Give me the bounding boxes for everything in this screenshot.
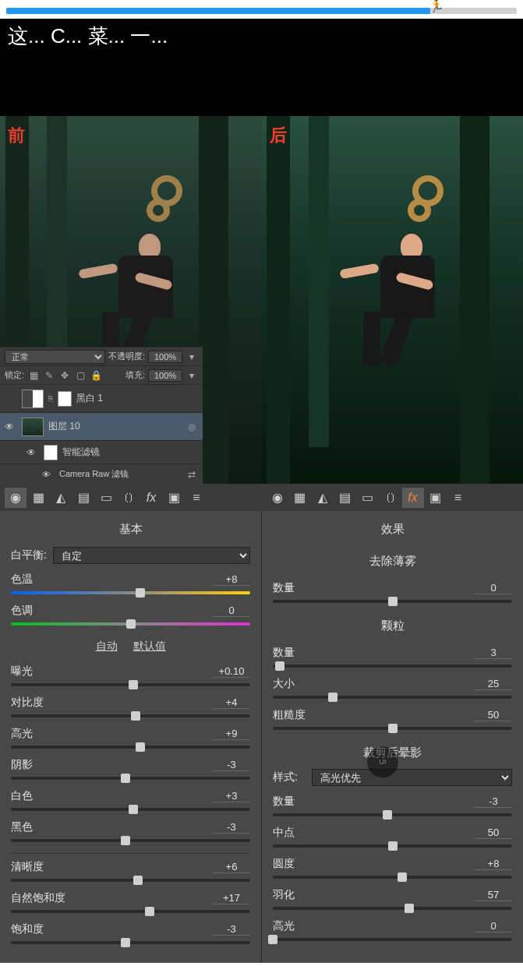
vig-feather-value[interactable]: 57 [475,889,512,901]
chevron-down-icon[interactable]: ▾ [186,351,198,363]
blacks-slider[interactable] [11,836,250,845]
saturation-slider[interactable] [11,938,250,947]
grain-rough-value[interactable]: 50 [475,709,512,721]
filter-options-icon[interactable]: ⇄ [186,468,198,481]
lock-position-icon[interactable]: ✥ [58,369,71,382]
smart-object-icon: ◎ [186,421,198,433]
vig-feather-slider[interactable] [273,904,512,913]
lock-label: 锁定: [5,369,24,381]
lock-artboard-icon[interactable]: ▢ [74,369,87,382]
white-balance-select[interactable]: 自定 [53,547,250,564]
exposure-slider[interactable] [11,680,250,689]
split-tab-icon[interactable]: ▭ [357,488,379,508]
whites-label: 白色 [11,789,33,803]
grain-amount-value[interactable]: 3 [475,647,512,659]
fill-input[interactable] [148,369,182,382]
layers-panel: 正常 不透明度: ▾ 锁定: ▦ ✎ ✥ ▢ 🔒 填充: ▾ ⎘ 黑白 1 👁 … [0,347,203,484]
contrast-value[interactable]: +4 [213,696,250,709]
highlights-slider[interactable] [11,742,250,752]
auto-button[interactable]: 自动 [96,640,118,654]
filter-name: Camera Raw 滤镜 [59,468,129,480]
split-tab-icon[interactable]: ▭ [95,488,117,508]
saturation-value[interactable]: -3 [213,923,250,936]
grain-size-slider[interactable] [273,693,512,702]
vig-highlights-slider[interactable] [273,935,512,944]
presets-tab-icon[interactable]: ≡ [447,488,469,508]
smart-filters-row[interactable]: 👁 智能滤镜 [0,440,203,464]
vig-amount-slider[interactable] [273,810,512,820]
temp-value[interactable]: +8 [213,573,250,586]
visibility-icon[interactable]: 👁 [42,470,55,479]
lens-tab-icon[interactable]: ⟮⟯ [118,488,140,508]
contrast-slider[interactable] [11,711,250,721]
lock-all-icon[interactable]: 🔒 [90,369,102,382]
lens-tab-icon[interactable]: ⟮⟯ [380,488,401,508]
basic-tab-icon[interactable]: ◉ [267,488,288,508]
fx-tab-icon[interactable]: fx [140,488,162,508]
whites-slider[interactable] [11,805,250,814]
presets-tab-icon[interactable]: ≡ [186,488,207,508]
opacity-input[interactable] [148,351,182,363]
temp-slider[interactable] [11,588,250,598]
panel-title: 效果 [273,517,512,545]
camera-raw-filter-row[interactable]: 👁 Camera Raw 滤镜 ⇄ [0,464,203,484]
dehaze-amount-value[interactable]: 0 [475,582,512,594]
filter-mask-thumb[interactable] [44,445,58,460]
lock-brush-icon[interactable]: ✎ [43,369,55,382]
mask-thumb[interactable] [58,391,72,407]
lock-pixels-icon[interactable]: ▦ [27,369,40,382]
vibrance-value[interactable]: +17 [213,892,250,904]
clarity-slider[interactable] [11,876,250,885]
default-button[interactable]: 默认值 [133,640,166,654]
blend-mode-select[interactable]: 正常 [5,350,105,364]
dehaze-amount-label: 数量 [273,581,295,595]
highlights-value[interactable]: +9 [213,728,250,740]
link-icon: ⎘ [48,394,53,403]
grain-rough-label: 粗糙度 [273,708,306,722]
detail-tab-icon[interactable]: ◭ [312,488,334,508]
layer-bw[interactable]: ⎘ 黑白 1 [0,384,203,412]
visibility-icon[interactable]: 👁 [5,421,17,432]
shadows-slider[interactable] [11,774,250,783]
blacks-label: 黑色 [11,820,33,834]
tint-slider[interactable] [11,619,250,629]
tint-value[interactable]: 0 [213,605,250,617]
curve-tab-icon[interactable]: ▦ [289,488,311,508]
grain-amount-slider[interactable] [273,661,512,671]
vig-round-value[interactable]: +8 [475,858,512,870]
visibility-icon[interactable]: 👁 [27,447,39,458]
temp-label: 色温 [11,573,33,587]
hsl-tab-icon[interactable]: ▤ [72,488,94,508]
vig-round-label: 圆度 [273,857,295,871]
fx-tab-icon[interactable]: fx [402,488,424,508]
vig-highlights-label: 高光 [273,919,295,933]
camera-tab-icon[interactable]: ▣ [163,488,185,508]
shadows-value[interactable]: -3 [213,759,250,771]
layer-10[interactable]: 👁 图层 10 ◎ [0,412,203,440]
basic-tab-icon[interactable]: ◉ [5,488,27,508]
dehaze-title: 去除薄雾 [273,545,512,575]
vig-amount-label: 数量 [273,795,295,809]
camera-tab-icon[interactable]: ▣ [425,488,447,508]
grain-size-value[interactable]: 25 [475,678,512,690]
chevron-down-icon[interactable]: ▾ [186,369,198,382]
whites-value[interactable]: +3 [213,790,250,802]
hsl-tab-icon[interactable]: ▤ [334,488,356,508]
grain-title: 颗粒 [273,609,512,640]
vig-round-slider[interactable] [273,872,512,882]
vig-highlights-value[interactable]: 0 [475,920,512,932]
vig-midpoint-value[interactable]: 50 [475,827,512,839]
clarity-label: 清晰度 [11,860,44,874]
blacks-value[interactable]: -3 [213,821,250,834]
dehaze-amount-slider[interactable] [273,597,512,606]
grain-rough-slider[interactable] [273,724,512,733]
exposure-value[interactable]: +0.10 [213,665,250,678]
vig-amount-value[interactable]: -3 [475,795,512,808]
vig-style-select[interactable]: 高光优先 [312,769,512,786]
clarity-value[interactable]: +6 [213,861,250,873]
vig-midpoint-slider[interactable] [273,841,512,851]
curve-tab-icon[interactable]: ▦ [27,488,49,508]
vibrance-slider[interactable] [11,907,250,916]
camera-raw-tabs: ◉ ▦ ◭ ▤ ▭ ⟮⟯ fx ▣ ≡ ◉ ▦ ◭ ▤ ▭ ⟮⟯ fx ▣ ≡ [0,484,523,511]
detail-tab-icon[interactable]: ◭ [50,488,72,508]
